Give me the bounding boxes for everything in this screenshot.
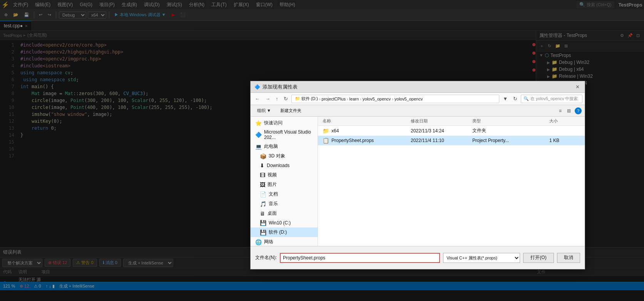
dialog-title-bar: 🔷 添加现有属性表 × bbox=[251, 81, 585, 93]
search-placeholder: 在 yolov5_opencv 中搜索 bbox=[530, 96, 578, 102]
dialog-logo: 🔷 bbox=[254, 84, 260, 90]
nav-vs[interactable]: 🔷 Microsoft Visual Studio 202... bbox=[251, 128, 318, 142]
dialog-title: 添加现有属性表 bbox=[263, 84, 298, 90]
nav-vs-icon: 🔷 bbox=[255, 132, 262, 138]
nav-network-icon: 🌐 bbox=[255, 239, 262, 245]
file-date-x64: 2022/11/3 14:24 bbox=[411, 128, 472, 134]
filename-input[interactable] bbox=[280, 253, 440, 263]
dialog-body: ⭐ 快速访问 🔷 Microsoft Visual Studio 202... … bbox=[251, 117, 585, 246]
nav-label-quickaccess: 快速访问 bbox=[264, 120, 283, 126]
search-icon: 🔍 bbox=[524, 96, 529, 101]
dialog-nav: ⭐ 快速访问 🔷 Microsoft Visual Studio 202... … bbox=[251, 117, 318, 246]
addr-part-1: projectCPlus bbox=[322, 97, 346, 101]
nav-3d[interactable]: 📦 3D 对象 bbox=[251, 151, 318, 161]
view-btn-2[interactable]: ⊞ bbox=[565, 107, 572, 114]
nav-this-pc[interactable]: 💻 此电脑 bbox=[251, 142, 318, 151]
nav-3d-icon: 📦 bbox=[260, 153, 266, 159]
dialog-files: 名称 修改日期 类型 大小 📁 x64 2022/11/3 14:24 文件夹 … bbox=[318, 117, 585, 246]
nav-label-vs: Microsoft Visual Studio 202... bbox=[264, 129, 313, 140]
addr-dropdown-btn[interactable]: ▼ bbox=[501, 95, 510, 103]
addr-part-3: yolov5_opencv bbox=[363, 97, 391, 101]
file-label-x64: x64 bbox=[331, 128, 339, 134]
file-dialog: 🔷 添加现有属性表 × ← → ↑ ↻ 📁 软件 (D:) › projectC… bbox=[250, 81, 585, 269]
open-btn[interactable]: 打开(O) bbox=[523, 253, 554, 263]
nav-label-music: 音乐 bbox=[269, 201, 278, 207]
file-date-props: 2022/11/4 11:10 bbox=[411, 138, 472, 143]
nav-software-d[interactable]: 💾 软件 (D:) bbox=[251, 227, 318, 237]
file-row-props[interactable]: 📋 PropertySheet.props 2022/11/4 11:10 Pr… bbox=[318, 136, 585, 145]
up-btn[interactable]: ↑ bbox=[274, 95, 280, 103]
search-box[interactable]: 🔍 在 yolov5_opencv 中搜索 bbox=[521, 95, 582, 103]
file-list-header: 名称 修改日期 类型 大小 bbox=[318, 117, 585, 126]
refresh-btn[interactable]: ↻ bbox=[282, 95, 290, 103]
folder-icon-x64: 📁 bbox=[323, 128, 329, 134]
nav-docs[interactable]: 📄 文档 bbox=[251, 189, 318, 199]
address-path[interactable]: 📁 软件 (D:) › projectCPlus › learn › yolov… bbox=[291, 95, 500, 103]
nav-network[interactable]: 🌐 网络 bbox=[251, 237, 318, 246]
nav-label-desktop: 桌面 bbox=[268, 210, 277, 217]
nav-pc-icon: 💻 bbox=[255, 144, 262, 150]
nav-label-downloads: Downloads bbox=[267, 163, 289, 168]
nav-win10[interactable]: 💾 Win10 (C:) bbox=[251, 218, 318, 227]
new-folder-btn[interactable]: 新建文件夹 bbox=[277, 107, 305, 115]
nav-quickaccess-icon: ⭐ bbox=[255, 120, 262, 126]
organize-btn[interactable]: 组织 ▼ bbox=[254, 107, 274, 115]
file-type-x64: 文件夹 bbox=[472, 127, 549, 134]
file-label-props: PropertySheet.props bbox=[331, 138, 374, 143]
view-btn-1[interactable]: ≡ bbox=[557, 107, 563, 114]
dialog-close-btn[interactable]: × bbox=[574, 84, 581, 90]
file-name-props: 📋 PropertySheet.props bbox=[323, 137, 411, 144]
nav-music[interactable]: 🎵 音乐 bbox=[251, 199, 318, 209]
addr-part-2: learn bbox=[350, 97, 359, 101]
addr-icon: 📁 bbox=[295, 96, 300, 101]
forward-btn[interactable]: → bbox=[263, 95, 272, 103]
filename-label: 文件名(N): bbox=[255, 254, 277, 261]
dialog-toolbar: 组织 ▼ 新建文件夹 ≡ ⊞ ? bbox=[251, 105, 585, 117]
nav-label-pictures: 图片 bbox=[268, 181, 277, 188]
nav-label-network: 网络 bbox=[264, 239, 273, 245]
nav-pictures-icon: 🖼 bbox=[260, 182, 265, 188]
nav-label-3d: 3D 对象 bbox=[269, 153, 285, 159]
nav-quick-access[interactable]: ⭐ 快速访问 bbox=[251, 118, 318, 128]
cancel-btn[interactable]: 取消 bbox=[557, 253, 580, 263]
nav-video[interactable]: 🎞 视频 bbox=[251, 170, 318, 180]
filetype-select[interactable]: Visual C++ 属性表(*.props) bbox=[443, 253, 520, 263]
nav-label-software-d: 软件 (D:) bbox=[269, 229, 287, 236]
dialog-address-bar: ← → ↑ ↻ 📁 软件 (D:) › projectCPlus › learn… bbox=[251, 93, 585, 105]
back-btn[interactable]: ← bbox=[253, 95, 262, 103]
nav-video-icon: 🎞 bbox=[260, 172, 265, 178]
nav-desktop-icon: 🖥 bbox=[260, 211, 265, 217]
col-size[interactable]: 大小 bbox=[549, 118, 580, 124]
dialog-footer: 文件名(N): Visual C++ 属性表(*.props) 打开(O) 取消 bbox=[251, 246, 585, 269]
nav-software-icon: 💾 bbox=[260, 229, 266, 236]
nav-label-docs: 文档 bbox=[269, 191, 278, 197]
nav-downloads-icon: ⬇ bbox=[260, 162, 264, 169]
nav-downloads[interactable]: ⬇ Downloads bbox=[251, 161, 318, 170]
file-size-props: 1 KB bbox=[549, 138, 580, 143]
file-type-props: Project Property... bbox=[472, 138, 549, 143]
addr-part-4: yolov5_opencv bbox=[395, 97, 423, 101]
addr-part-0: 软件 (D:) bbox=[301, 96, 318, 102]
nav-desktop[interactable]: 🖥 桌面 bbox=[251, 209, 318, 218]
col-date[interactable]: 修改日期 bbox=[411, 118, 472, 124]
file-row-x64[interactable]: 📁 x64 2022/11/3 14:24 文件夹 bbox=[318, 126, 585, 136]
file-icon-props: 📋 bbox=[323, 137, 329, 144]
help-btn[interactable]: ? bbox=[575, 107, 582, 114]
nav-docs-icon: 📄 bbox=[260, 191, 266, 197]
col-type[interactable]: 类型 bbox=[472, 118, 549, 124]
col-name[interactable]: 名称 bbox=[323, 118, 411, 124]
nav-label-win10: Win10 (C:) bbox=[269, 220, 291, 226]
nav-music-icon: 🎵 bbox=[260, 201, 266, 207]
nav-win10-icon: 💾 bbox=[260, 220, 266, 226]
addr-refresh2-btn[interactable]: ↻ bbox=[511, 95, 519, 103]
nav-label-video: 视频 bbox=[268, 172, 277, 178]
file-name-x64: 📁 x64 bbox=[323, 128, 411, 134]
nav-label-this-pc: 此电脑 bbox=[264, 143, 278, 150]
nav-pictures[interactable]: 🖼 图片 bbox=[251, 180, 318, 189]
